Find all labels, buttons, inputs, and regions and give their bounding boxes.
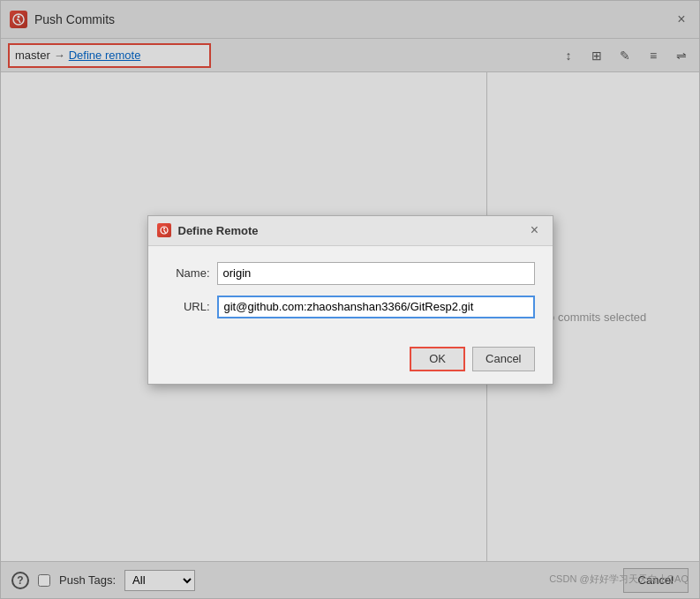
dialog-title: Define Remote <box>178 224 259 237</box>
url-input[interactable] <box>217 296 535 318</box>
main-window: Push Commits × master → Define remote ↕ … <box>0 0 700 599</box>
name-field-row: Name: <box>166 262 535 285</box>
dialog-ok-button[interactable]: OK <box>410 347 465 371</box>
dialog-title-bar: Define Remote × <box>148 216 553 246</box>
svg-point-5 <box>163 228 165 229</box>
dialog-close-button[interactable]: × <box>526 221 544 239</box>
url-label: URL: <box>166 300 210 313</box>
dialog-app-icon <box>157 223 171 237</box>
svg-line-7 <box>164 230 166 233</box>
name-label: Name: <box>166 266 210 280</box>
define-remote-dialog: Define Remote × Name: URL: OK Cancel <box>147 215 553 385</box>
name-input[interactable] <box>217 262 535 285</box>
url-field-row: URL: <box>166 296 535 318</box>
modal-overlay: Define Remote × Name: URL: OK Cancel <box>1 1 699 598</box>
dialog-body: Name: URL: <box>148 246 553 341</box>
dialog-actions: OK Cancel <box>148 341 553 384</box>
dialog-cancel-button[interactable]: Cancel <box>472 347 534 371</box>
